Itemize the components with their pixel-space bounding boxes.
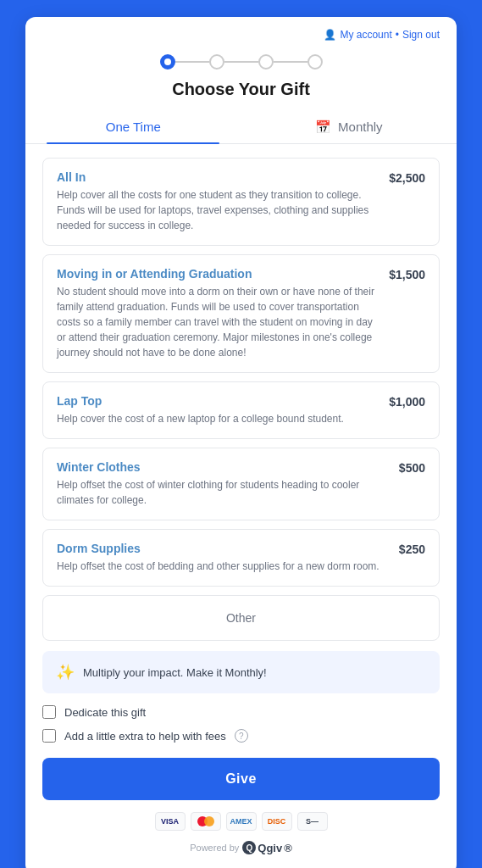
visa-icon: VISA — [155, 812, 186, 831]
sign-out-link[interactable]: Sign out — [402, 29, 440, 41]
qgiv-q-mark: Q — [242, 841, 256, 854]
other-button[interactable]: Other — [42, 595, 440, 641]
option-laptop-desc: Help cover the cost of a new laptop for … — [57, 411, 379, 426]
option-moving-graduation-title: Moving in or Attending Graduation — [57, 267, 379, 281]
step-line-3 — [274, 61, 307, 63]
dedicate-checkbox[interactable] — [42, 705, 56, 719]
qgiv-brand: Qgiv — [258, 842, 282, 854]
other-button-label: Other — [226, 611, 256, 625]
option-laptop-title: Lap Top — [57, 394, 379, 408]
tabs-bar: One Time 📅 Monthly — [25, 111, 457, 144]
main-card: 👤 My account • Sign out Choose Your Gift — [25, 17, 457, 868]
option-moving-graduation-desc: No student should move into a dorm on th… — [57, 284, 379, 360]
fees-checkbox[interactable] — [42, 729, 56, 743]
option-dorm-supplies-content: Dorm Supplies Help offset the cost of be… — [57, 542, 399, 574]
page-title: Choose Your Gift — [172, 80, 310, 99]
step-2 — [209, 54, 224, 70]
fees-label[interactable]: Add a little extra to help with fees — [64, 730, 226, 743]
tab-monthly-label: Monthly — [338, 120, 383, 134]
option-laptop[interactable]: Lap Top Help cover the cost of a new lap… — [42, 381, 440, 439]
option-dorm-supplies-desc: Help offset the cost of bedding and othe… — [57, 559, 389, 574]
user-icon: 👤 — [324, 29, 336, 41]
option-winter-clothes-desc: Help offset the cost of winter clothing … — [57, 477, 389, 508]
option-laptop-amount: $1,000 — [389, 394, 425, 409]
option-all-in-title: All In — [57, 170, 379, 184]
option-winter-clothes-content: Winter Clothes Help offset the cost of w… — [57, 460, 399, 508]
calendar-icon: 📅 — [315, 120, 331, 134]
help-icon[interactable]: ? — [235, 729, 248, 743]
discover-icon: DISC — [262, 812, 292, 831]
step-3 — [258, 54, 274, 70]
step-line-1 — [175, 61, 209, 63]
option-all-in-content: All In Help cover all the costs for one … — [57, 170, 389, 233]
progress-steps: Choose Your Gift — [25, 41, 457, 99]
option-all-in-desc: Help cover all the costs for one student… — [57, 187, 379, 233]
option-dorm-supplies-amount: $250 — [399, 542, 425, 556]
sparkle-icon: ✨ — [56, 663, 75, 682]
page-wrapper: 👤 My account • Sign out Choose Your Gift — [0, 0, 482, 868]
option-dorm-supplies[interactable]: Dorm Supplies Help offset the cost of be… — [42, 529, 440, 587]
option-all-in[interactable]: All In Help cover all the costs for one … — [42, 158, 440, 246]
powered-by-label: Powered by — [190, 843, 239, 853]
checkbox-area: Dedicate this gift Add a little extra to… — [42, 705, 440, 743]
svg-point-1 — [204, 816, 214, 826]
mastercard-icon — [191, 812, 221, 831]
header: 👤 My account • Sign out — [25, 17, 457, 41]
monthly-banner[interactable]: ✨ Multiply your impact. Make it Monthly! — [42, 651, 440, 693]
option-winter-clothes-title: Winter Clothes — [57, 460, 389, 474]
option-winter-clothes-amount: $500 — [399, 460, 425, 475]
qgiv-logo: Q Qgiv ® — [242, 841, 292, 854]
monthly-banner-text: Multiply your impact. Make it Monthly! — [83, 666, 267, 679]
powered-by: Powered by Q Qgiv ® — [42, 841, 440, 854]
option-moving-graduation[interactable]: Moving in or Attending Graduation No stu… — [42, 254, 440, 373]
steps-row — [160, 54, 323, 70]
account-links: 👤 My account • Sign out — [324, 29, 440, 41]
give-button[interactable]: Give — [42, 758, 440, 800]
option-moving-graduation-amount: $1,500 — [389, 267, 425, 281]
step-1 — [160, 54, 175, 70]
payment-icons: VISA AMEX DISC S— — [42, 812, 440, 831]
qgiv-dot: ® — [284, 842, 292, 854]
option-laptop-content: Lap Top Help cover the cost of a new lap… — [57, 394, 389, 426]
step-4 — [307, 54, 323, 70]
separator: • — [396, 29, 399, 41]
step-line-2 — [224, 61, 258, 63]
tab-one-time-label: One Time — [106, 120, 161, 134]
option-moving-graduation-content: Moving in or Attending Graduation No stu… — [57, 267, 389, 360]
my-account-link[interactable]: My account — [340, 29, 391, 41]
checkbox-row-dedicate: Dedicate this gift — [42, 705, 440, 719]
other-payment-icon: S— — [297, 812, 328, 831]
option-dorm-supplies-title: Dorm Supplies — [57, 542, 389, 555]
tab-monthly[interactable]: 📅 Monthly — [241, 111, 457, 143]
gift-options-list: All In Help cover all the costs for one … — [25, 144, 457, 587]
amex-icon: AMEX — [226, 812, 257, 831]
tab-one-time[interactable]: One Time — [25, 111, 241, 143]
dedicate-label[interactable]: Dedicate this gift — [64, 706, 146, 719]
option-all-in-amount: $2,500 — [389, 170, 425, 185]
checkbox-row-fees: Add a little extra to help with fees ? — [42, 729, 440, 743]
option-winter-clothes[interactable]: Winter Clothes Help offset the cost of w… — [42, 448, 440, 520]
